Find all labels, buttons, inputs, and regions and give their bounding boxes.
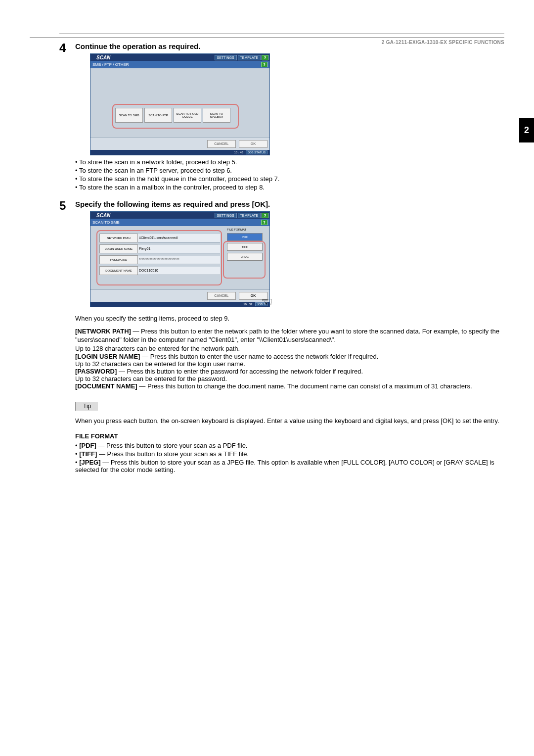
list-item: To store the scan in a network folder, p… [75,158,504,166]
template-button[interactable]: TEMPLATE [238,55,261,60]
login-user-name-desc: [LOGIN USER NAME] — Press this button to… [75,353,504,368]
password-button[interactable]: PASSWORD [99,255,138,264]
clock: 10 : 48 [234,151,243,154]
chapter-tab: 2 [519,118,534,142]
top-rule [59,34,504,34]
tip-text: When you press each button, the on-scree… [75,417,504,425]
document-name-button[interactable]: DOCUMENT NAME [99,266,138,275]
scan-to-ftp-button[interactable]: SCAN TO FTP [144,108,172,123]
cancel-button[interactable]: CANCEL [207,140,236,148]
step5-after: When you specify the setting items, proc… [75,314,504,323]
file-format-label: FILE FORMAT [227,228,263,231]
breadcrumb: SMB / FTP / OTHER [92,62,129,67]
clock: 10 : 52 [243,303,252,306]
scan-to-smb-button[interactable]: SCAN TO SMB [115,108,143,123]
pdf-button[interactable]: PDF [227,233,263,241]
panel-title: SCAN [91,213,214,218]
file-format-heading: FILE FORMAT [75,432,504,440]
help-icon[interactable]: ? [262,55,268,60]
tiff-button[interactable]: TIFF [227,243,263,251]
network-path-button[interactable]: NETWORK PATH [99,234,138,242]
help-icon[interactable]: ? [261,220,267,225]
breadcrumb: SCAN TO SMB [92,220,120,225]
template-button[interactable]: TEMPLATE [238,213,261,218]
scan-panel-destinations: SCAN SETTINGS TEMPLATE ? SMB / FTP / OTH… [90,53,270,155]
running-header: 2 GA-1211-EX/GA-1310-EX SPECIFIC FUNCTIO… [30,38,504,45]
scan-to-hold-queue-button[interactable]: SCAN TO HOLD QUEUE [174,108,201,123]
login-user-name-button[interactable]: LOGIN USER NAME [99,244,138,253]
settings-button[interactable]: SETTINGS [215,55,237,60]
panel-title: SCAN [91,55,214,60]
help-icon[interactable]: ? [262,213,268,218]
jpeg-button[interactable]: JPEG [227,253,263,261]
login-user-name-value: Fiery01 [138,245,220,253]
list-item: [JPEG] — Press this button to store your… [75,459,504,473]
list-item: [PDF] — Press this button to store your … [75,442,504,449]
step-title: Specify the following items as required … [75,200,504,208]
help-icon[interactable]: ? [261,62,267,67]
list-item: [TIFF] — Press this button to store your… [75,450,504,458]
step-number: 4 [59,42,75,192]
scan-to-smb-panel: SCAN SETTINGS TEMPLATE ? SCAN TO SMB ? N… [90,211,270,307]
password-desc: [PASSWORD] — Press this button to enter … [75,368,504,382]
cancel-button[interactable]: CANCEL [207,292,236,300]
list-item: To store the scan in an FTP server, proc… [75,167,504,174]
document-name-value: DOC110510 [138,267,220,275]
pointer-icon: ☜ [261,294,272,310]
list-item: To store the scan in the hold queue in t… [75,175,504,183]
password-value: ****************************** [138,256,220,264]
job-status-button[interactable]: JOB STATUS [246,150,267,154]
tip-label: Tip [75,402,98,411]
step-number: 5 [59,200,75,310]
network-path-desc: [NETWORK PATH] — Press this button to en… [75,327,504,353]
network-path-value: \\Client01\users\scanned\ [138,234,220,242]
settings-button[interactable]: SETTINGS [215,213,237,218]
ok-button[interactable]: OK [239,140,267,148]
list-item: To store the scan in a mailbox in the co… [75,184,504,191]
scan-to-mailbox-button[interactable]: SCAN TO MAILBOX [203,108,230,123]
file-format-list: [PDF] — Press this button to store your … [75,442,504,473]
document-name-desc: [DOCUMENT NAME] — Press this button to c… [75,382,504,390]
step4-bullets: To store the scan in a network folder, p… [75,158,504,191]
